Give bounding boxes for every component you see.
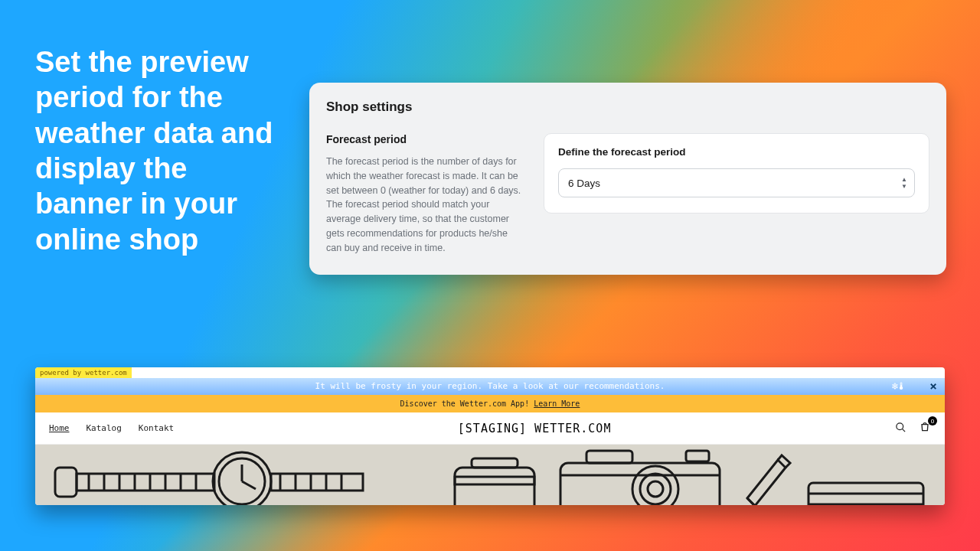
forecast-period-description: The forecast period is the number of day… <box>326 155 524 255</box>
svg-line-1 <box>902 429 905 432</box>
forecast-period-label: Define the forecast period <box>558 146 915 158</box>
select-stepper-icon: ▲▼ <box>901 177 907 190</box>
shop-hero-image <box>35 445 945 505</box>
camera-illustration <box>556 445 724 505</box>
svg-point-0 <box>897 422 903 429</box>
box-illustration <box>449 445 541 505</box>
promo-text: Discover the Wetter.com App! <box>400 399 534 408</box>
promo-learn-more-link[interactable]: Learn More <box>534 399 580 408</box>
settings-title: Shop settings <box>326 99 929 115</box>
svg-line-32 <box>747 498 755 505</box>
svg-rect-3 <box>77 474 214 491</box>
shop-brand: [STAGING] WETTER.COM <box>174 422 895 435</box>
forecast-period-heading: Forecast period <box>326 133 524 145</box>
svg-rect-31 <box>686 451 709 461</box>
powered-by-badge: powered by wetter.com <box>35 367 132 378</box>
promo-bar: Discover the Wetter.com App! Learn More <box>35 395 945 412</box>
search-icon[interactable] <box>895 422 906 435</box>
svg-point-29 <box>648 481 663 497</box>
forecast-period-panel: Define the forecast period 6 Days ▲▼ <box>544 133 929 214</box>
nav-link-kontakt[interactable]: Kontakt <box>139 423 174 433</box>
svg-rect-23 <box>455 477 534 484</box>
shop-preview: powered by wetter.com It will be frosty … <box>35 367 945 505</box>
forecast-period-select-value: 6 Days <box>568 178 600 189</box>
shop-nav: Home Katalog Kontakt [STAGING] WETTER.CO… <box>35 412 945 445</box>
cart-icon[interactable]: 0 <box>919 421 931 435</box>
weather-banner-text: It will be frosty in your region. Take a… <box>315 381 665 391</box>
close-icon[interactable]: × <box>929 379 937 393</box>
svg-rect-24 <box>472 458 518 468</box>
marketing-headline: Set the preview period for the weather d… <box>35 44 280 257</box>
weather-banner: It will be frosty in your region. Take a… <box>35 378 945 395</box>
svg-point-28 <box>640 474 671 504</box>
shop-settings-card: Shop settings Forecast period The foreca… <box>309 83 946 275</box>
svg-rect-2 <box>55 468 77 497</box>
svg-rect-22 <box>455 468 534 505</box>
nav-link-home[interactable]: Home <box>49 423 70 433</box>
svg-rect-26 <box>586 451 632 463</box>
nav-link-katalog[interactable]: Katalog <box>87 423 122 433</box>
pencil-illustration <box>732 445 931 505</box>
watch-illustration <box>51 445 372 505</box>
svg-rect-16 <box>271 474 363 491</box>
snowflake-thermometer-icon: ❄🌡 <box>892 380 905 392</box>
forecast-period-select[interactable]: 6 Days <box>558 168 915 197</box>
svg-line-15 <box>242 481 256 489</box>
cart-count-badge: 0 <box>928 416 937 425</box>
